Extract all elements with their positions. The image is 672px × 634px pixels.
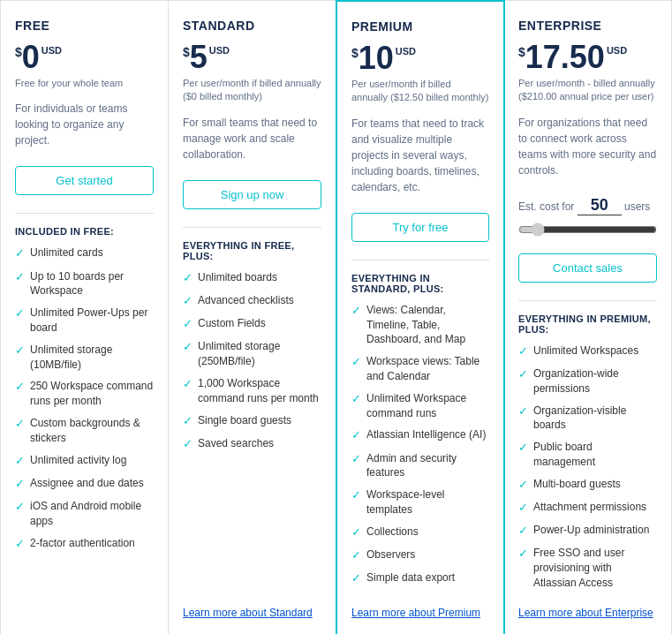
list-item: ✓2-factor authentication [15,536,154,552]
check-icon: ✓ [15,416,25,432]
plan-price-free: $0USD [15,42,154,73]
list-item: ✓Advanced checklists [183,293,321,309]
feature-text: 2-factor authentication [30,536,135,551]
plan-button-free[interactable]: Get started [15,166,154,195]
feature-text: Unlimited Power-Ups per board [30,306,154,336]
price-dollar-free: $ [15,45,22,59]
feature-text: iOS and Android mobile apps [30,499,154,529]
list-item: ✓Unlimited storage (10MB/file) [15,343,154,373]
plan-name-free: FREE [15,19,154,33]
plan-name-enterprise: ENTERPRISE [518,19,657,33]
feature-text: Workspace views: Table and Calendar [366,354,489,384]
plan-name-standard: STANDARD [183,19,321,33]
est-users-input[interactable] [578,196,622,215]
list-item: ✓Unlimited activity log [15,453,154,469]
learn-more-standard[interactable]: Learn more about Standard [183,598,321,619]
learn-more-enterprise[interactable]: Learn more about Enterprise [518,598,657,619]
plan-button-premium[interactable]: Try for free [351,213,489,242]
plan-desc-premium: For teams that need to track and visuali… [351,116,489,195]
list-item: ✓Simple data export [351,570,489,586]
feature-text: Unlimited cards [30,245,103,260]
list-item: ✓Unlimited storage (250MB/file) [183,339,321,369]
list-item: ✓Single board guests [183,413,321,429]
feature-text: Custom backgrounds & stickers [30,416,154,446]
check-icon: ✓ [351,547,361,563]
plan-price-enterprise: $17.50USD [518,42,657,73]
est-users-slider[interactable] [518,223,657,237]
price-dollar-standard: $ [183,45,190,59]
price-amount-free: 0 [22,42,40,73]
feature-text: 1,000 Workspace command runs per month [198,376,321,406]
check-icon: ✓ [351,303,361,319]
list-item: ✓1,000 Workspace command runs per month [183,376,321,406]
price-usd-enterprise: USD [607,45,627,56]
list-item: ✓Multi-board guests [518,477,657,493]
feature-list-premium: ✓Views: Calendar, Timeline, Table, Dashb… [351,303,489,598]
list-item: ✓Workspace-level templates [351,487,489,517]
check-icon: ✓ [351,391,361,407]
list-item: ✓Assignee and due dates [15,476,154,492]
feature-text: Unlimited activity log [30,453,126,468]
list-item: ✓Unlimited cards [15,245,154,261]
plan-button-enterprise[interactable]: Contact sales [518,253,657,283]
list-item: ✓Free SSO and user provisioning with Atl… [518,546,657,590]
list-item: ✓Custom Fields [183,316,321,332]
check-icon: ✓ [15,343,25,359]
price-sub-free: Free for your whole team [15,77,154,90]
check-icon: ✓ [183,436,193,452]
feature-text: Collections [366,525,419,540]
check-icon: ✓ [518,440,528,456]
list-item: ✓Workspace views: Table and Calendar [351,354,489,384]
feature-list-free: ✓Unlimited cards✓Up to 10 boards per Wor… [15,245,154,618]
plan-price-standard: $5USD [183,42,321,73]
features-label-enterprise: EVERYTHING IN PREMIUM, PLUS: [518,313,657,335]
plan-price-premium: $10USD [351,42,489,74]
price-sub-standard: Per user/month if billed annually ($0 bi… [183,77,321,104]
check-icon: ✓ [183,339,193,355]
plan-col-standard: STANDARD$5USDPer user/month if billed an… [169,1,336,634]
feature-text: Public board management [533,440,657,470]
feature-text: Single board guests [198,413,291,428]
list-item: ✓Admin and security features [351,451,489,481]
list-item: ✓Public board management [518,440,657,470]
list-item: ✓Unlimited Workspace command runs [351,391,489,421]
list-item: ✓Unlimited Power-Ups per board [15,306,154,336]
list-item: ✓Power-Up administration [518,523,657,539]
feature-text: Atlassian Intelligence (AI) [366,427,486,442]
list-item: ✓Up to 10 boards per Workspace [15,269,154,299]
est-cost-label: Est. cost for [518,200,578,213]
list-item: ✓Organization-visible boards [518,404,657,434]
price-usd-premium: USD [396,46,416,57]
check-icon: ✓ [351,427,361,443]
check-icon: ✓ [15,269,25,285]
check-icon: ✓ [518,404,528,419]
list-item: ✓Views: Calendar, Timeline, Table, Dashb… [351,303,489,347]
list-item: ✓Unlimited boards [183,270,321,286]
feature-text: Admin and security features [366,451,489,481]
feature-text: Unlimited storage (10MB/file) [30,343,154,373]
feature-text: Unlimited boards [198,270,277,285]
check-icon: ✓ [15,499,25,515]
features-label-standard: EVERYTHING IN FREE, PLUS: [183,240,321,261]
price-usd-free: USD [42,45,62,56]
plan-button-standard[interactable]: Sign up now [183,180,321,209]
list-item: ✓Collections [351,525,489,540]
learn-more-premium[interactable]: Learn more about Premium [351,598,489,619]
divider-free [15,213,154,214]
price-sub-enterprise: Per user/month - billed annually ($210.0… [518,77,657,104]
plan-desc-enterprise: For organizations that need to connect w… [518,115,657,178]
feature-text: Attachment permissions [533,500,646,515]
feature-list-standard: ✓Unlimited boards✓Advanced checklists✓Cu… [183,270,321,598]
feature-text: Organization-wide permissions [533,366,657,396]
plan-col-premium: PREMIUM$10USDPer user/month if billed an… [336,0,505,634]
check-icon: ✓ [518,343,528,359]
divider-premium [351,260,489,260]
price-dollar-premium: $ [351,46,359,60]
enterprise-cost-estimator: Est. cost for users [518,196,657,215]
list-item: ✓Observers [351,547,489,563]
check-icon: ✓ [351,570,361,586]
list-item: ✓Custom backgrounds & stickers [15,416,154,446]
feature-text: Unlimited Workspace command runs [366,391,489,421]
features-label-free: INCLUDED IN FREE: [15,226,154,237]
list-item: ✓Organization-wide permissions [518,366,657,396]
